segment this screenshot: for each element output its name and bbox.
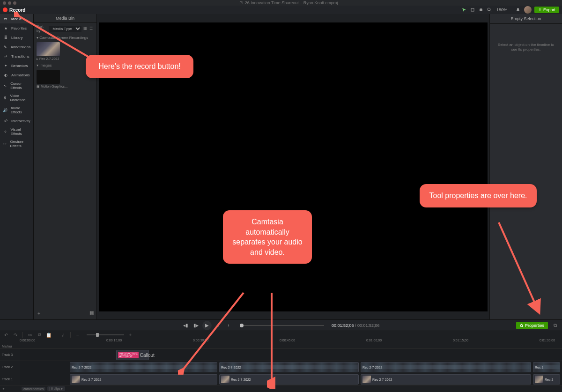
maximize-window-icon[interactable]	[13, 1, 16, 5]
hand-tool-icon[interactable]	[478, 7, 484, 13]
track-2: Track 2 Rec 2-7-2022Rec 2-7-2022Rec 2-7-…	[0, 361, 562, 373]
clip-thumbnail	[362, 376, 371, 383]
export-button[interactable]: ⇧ Export	[534, 7, 559, 13]
sidebar-item-voice-narration[interactable]: 🎙Voice Narration	[0, 92, 33, 104]
zoom-level[interactable]: 180%	[495, 7, 509, 12]
track-body[interactable]: Rec 2-7-2022Rec 2-7-2022Rec 2-7-2022Rec …	[20, 361, 562, 373]
sidebar-item-transitions[interactable]: ⇄Transitions	[0, 52, 33, 61]
detach-panel-icon[interactable]: ⧉	[552, 323, 558, 328]
pointer-tool-icon[interactable]	[461, 7, 467, 13]
interact-icon: ☍	[3, 118, 8, 124]
add-track-button[interactable]: ＋	[0, 385, 20, 392]
annotation-note-properties: Tool properties are over here.	[420, 184, 537, 207]
sidebar-item-favorites[interactable]: ★Favorites	[0, 23, 33, 33]
callout-badge: INTERACTIVE HOTSPOT	[118, 352, 139, 358]
add-media-button[interactable]: ＋	[37, 310, 41, 317]
group-chip[interactable]: cameracircles	[22, 387, 45, 391]
video-clip[interactable]: Rec 2-7-2022	[219, 374, 359, 385]
step-back-button[interactable]: ‹	[214, 322, 222, 329]
sidebar-item-label: Transitions	[11, 54, 30, 59]
sidebar-item-library[interactable]: ≣Library	[0, 33, 33, 42]
prev-frame-button[interactable]: ◂▮	[182, 322, 189, 329]
svg-rect-0	[471, 8, 474, 11]
sidebar-item-visual-effects[interactable]: ✧Visual Effects	[0, 126, 33, 138]
audio-clip[interactable]: Rec 2-7-2022	[70, 362, 217, 372]
ruler-tick: 0:00:15;00	[106, 339, 122, 342]
paste-button[interactable]: 📋	[45, 332, 52, 338]
sidebar-item-label: Interactivity	[11, 119, 30, 123]
audio-clip[interactable]: Rec 2	[533, 362, 560, 372]
audio-clip[interactable]: Rec 2-7-2022	[361, 362, 531, 372]
marker-row[interactable]: Marker	[0, 344, 562, 349]
sort-select[interactable]: Media Type	[49, 26, 81, 32]
sidebar-item-interactivity[interactable]: ☍Interactivity	[0, 116, 33, 126]
bin-view-toggle[interactable]: ▦	[89, 310, 94, 317]
crop-tool-icon[interactable]	[469, 7, 476, 13]
callout-clip[interactable]: INTERACTIVE HOTSPOT Callout	[116, 350, 149, 360]
clip-thumbnail	[72, 376, 80, 383]
annotation-icon: ✎	[3, 44, 8, 50]
clip-label: Rec 2	[535, 366, 543, 369]
timeline-ruler[interactable]: 0:00:00;000:00:15;000:00:30;000:00:45;00…	[20, 339, 562, 344]
tool-sidebar: ▭Media★Favorites≣Library✎Annotations⇄Tra…	[0, 14, 34, 319]
sidebar-item-media[interactable]: ▭Media	[0, 14, 33, 23]
track-label[interactable]: Track 1	[0, 373, 20, 385]
video-clip[interactable]: Rec 2	[533, 374, 560, 385]
playback-bar: ◂▮ ▮▸ ▶ ‹ › 00:01:52;06 / 00:01:52;06 ✿ …	[0, 319, 562, 331]
sidebar-item-animations[interactable]: ◐Animations	[0, 70, 33, 80]
sidebar-item-label: Visual Effects	[11, 127, 30, 136]
track-1: Track 1 Rec 2-7-2022Rec 2-7-2022Rec 2-7-…	[0, 373, 562, 385]
sidebar-item-label: Behaviors	[11, 64, 28, 68]
media-thumbnail[interactable]: ▸ Rec 2-7-2022	[37, 42, 94, 61]
magnify-tool-icon[interactable]	[486, 7, 493, 13]
grid-view-icon[interactable]: ▦	[83, 26, 88, 31]
media-thumbnail[interactable]: ▣ Motion Graphics…	[37, 70, 94, 89]
close-window-icon[interactable]	[3, 1, 6, 5]
timeline-zoom-slider[interactable]	[87, 334, 124, 335]
copy-button[interactable]: ⧉	[36, 332, 43, 338]
scrub-head[interactable]	[240, 324, 244, 327]
sidebar-item-gesture-effects[interactable]: ☞Gesture Effects	[0, 138, 33, 150]
track-label[interactable]: Track 2	[0, 361, 20, 373]
audio-clip[interactable]: Rec 2-7-2022	[219, 362, 359, 372]
undo-button[interactable]: ↶	[3, 332, 9, 338]
sidebar-item-label: Gesture Effects	[10, 140, 31, 148]
video-clip[interactable]: Rec 2-7-2022	[70, 374, 217, 385]
next-frame-button[interactable]: ▮▸	[192, 322, 200, 329]
track-body[interactable]: INTERACTIVE HOTSPOT Callout	[20, 349, 562, 361]
clip-label: Rec 2-7-2022	[72, 366, 91, 369]
play-button[interactable]: ▶	[202, 321, 212, 330]
ruler-tick: 0:00:45;00	[280, 339, 295, 342]
clip-label: Rec 2-7-2022	[362, 366, 382, 369]
timecode: 00:01:52;06 / 00:01:52;06	[332, 323, 380, 328]
sidebar-item-label: Media	[11, 17, 22, 21]
media-bin-title: Media Bin	[34, 14, 96, 23]
user-avatar[interactable]	[524, 6, 532, 14]
redo-button[interactable]: ↷	[12, 332, 19, 338]
sidebar-item-behaviors[interactable]: ✦Behaviors	[0, 61, 33, 70]
list-view-icon[interactable]: ☰	[89, 26, 94, 31]
track-body[interactable]: Rec 2-7-2022Rec 2-7-2022Rec 2-7-2022Rec …	[20, 373, 562, 385]
bell-icon[interactable]	[515, 7, 521, 13]
annotation-note-record: Here's the record button!	[86, 55, 193, 78]
sidebar-item-annotations[interactable]: ✎Annotations	[0, 42, 33, 52]
track-label[interactable]: Track 3	[0, 349, 20, 361]
split-button[interactable]: ⑃	[60, 332, 67, 338]
marker-label: Marker	[0, 345, 20, 348]
sidebar-item-label: Voice Narration	[10, 94, 30, 102]
cut-button[interactable]: ✂	[27, 332, 33, 338]
zoom-out-button[interactable]: −	[74, 332, 81, 338]
scrub-bar[interactable]	[240, 325, 324, 326]
zoom-in-button[interactable]: ＋	[127, 332, 133, 338]
record-button[interactable]: Record	[3, 7, 25, 13]
bin-section-recordings[interactable]: ▾ Camtasia Screen Recordings	[34, 34, 96, 41]
library-icon: ≣	[3, 35, 8, 40]
sidebar-item-audio-effects[interactable]: 🔊Audio Effects	[0, 104, 33, 116]
sidebar-item-cursor-effects[interactable]: ↖Cursor Effects	[0, 80, 33, 92]
properties-button[interactable]: ✿ Properties	[516, 322, 548, 329]
step-forward-button[interactable]: ›	[225, 322, 232, 329]
minimize-window-icon[interactable]	[8, 1, 11, 5]
record-icon	[3, 7, 7, 12]
video-clip[interactable]: Rec 2-7-2022	[361, 374, 531, 385]
thumbnail-label: ▣ Motion Graphics…	[37, 84, 94, 89]
